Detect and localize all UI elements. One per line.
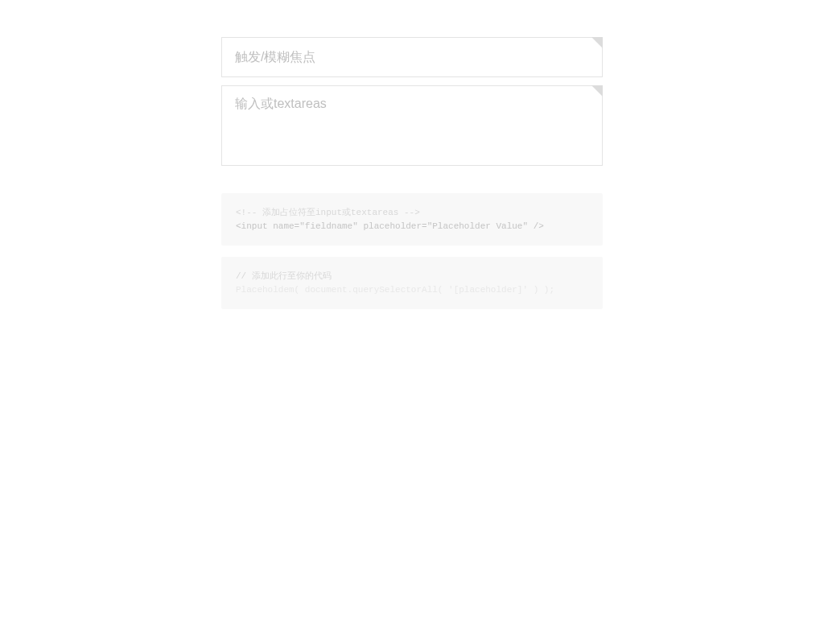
code-block-js: // 添加此行至你的代码 Placeholdem( document.query… (221, 257, 603, 309)
corner-fold-icon (591, 85, 603, 97)
demo-container: <!-- 添加占位符至input或textareas --> <input na… (221, 0, 603, 309)
code-comment: <!-- 添加占位符至input或textareas --> (236, 206, 588, 220)
code-comment: // 添加此行至你的代码 (236, 270, 588, 283)
code-line: Placeholdem( document.querySelectorAll( … (236, 283, 588, 297)
code-block-html: <!-- 添加占位符至input或textareas --> <input na… (221, 193, 603, 246)
focus-input[interactable] (221, 37, 603, 77)
code-line: <input name="fieldname" placeholder="Pla… (236, 220, 588, 233)
textarea-input[interactable] (221, 85, 603, 166)
corner-fold-icon (591, 37, 603, 48)
input-wrapper-textarea (221, 85, 603, 169)
input-wrapper-text (221, 37, 603, 77)
